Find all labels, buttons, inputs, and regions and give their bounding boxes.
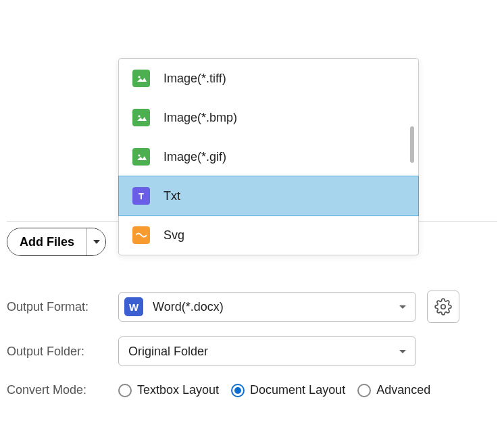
radio-circle-icon bbox=[118, 384, 132, 397]
image-icon bbox=[132, 109, 150, 126]
txt-icon: T bbox=[132, 187, 150, 205]
radio-textbox[interactable]: Textbox Layout bbox=[118, 383, 219, 397]
svg-point-4 bbox=[138, 115, 140, 117]
dropdown-item-svg[interactable]: Svg bbox=[119, 216, 418, 255]
output-format-row: Output Format: W Word(*.docx) bbox=[7, 291, 459, 323]
output-format-value: Word(*.docx) bbox=[153, 300, 399, 314]
dropdown-item-label: Svg bbox=[163, 228, 184, 243]
chevron-down-icon bbox=[399, 350, 406, 353]
add-files-dropdown-toggle[interactable] bbox=[86, 228, 105, 255]
radio-document[interactable]: Document Layout bbox=[231, 383, 345, 397]
radio-advanced[interactable]: Advanced bbox=[357, 383, 430, 397]
radio-label: Document Layout bbox=[250, 383, 345, 397]
output-folder-select[interactable]: Original Folder bbox=[118, 336, 416, 366]
convert-mode-row: Convert Mode: Textbox LayoutDocument Lay… bbox=[7, 383, 430, 397]
output-folder-label: Output Folder: bbox=[7, 345, 118, 359]
radio-label: Advanced bbox=[376, 383, 430, 397]
word-icon: W bbox=[124, 297, 143, 316]
gear-icon bbox=[434, 298, 452, 316]
dropdown-item-label: Txt bbox=[163, 189, 180, 203]
convert-mode-radio-group: Textbox LayoutDocument LayoutAdvanced bbox=[118, 383, 430, 397]
dropdown-item-label: Image(*.gif) bbox=[163, 150, 226, 164]
chevron-down-icon bbox=[93, 240, 100, 244]
dropdown-scrollbar[interactable] bbox=[410, 126, 414, 163]
image-icon bbox=[132, 70, 150, 87]
svg-point-0 bbox=[441, 305, 446, 309]
add-files-split-button[interactable]: Add Files bbox=[7, 228, 106, 256]
svg-point-2 bbox=[138, 76, 140, 78]
convert-mode-label: Convert Mode: bbox=[7, 383, 118, 397]
svg-icon bbox=[132, 226, 150, 244]
output-format-dropdown: Image(*.tiff)Image(*.bmp)Image(*.gif)TTx… bbox=[118, 58, 419, 255]
add-files-label: Add Files bbox=[20, 235, 74, 249]
output-format-select[interactable]: W Word(*.docx) bbox=[118, 292, 416, 322]
dropdown-item-gif[interactable]: Image(*.gif) bbox=[119, 137, 418, 176]
output-folder-value: Original Folder bbox=[128, 345, 399, 359]
radio-circle-icon bbox=[231, 384, 245, 397]
add-files-button[interactable]: Add Files bbox=[7, 228, 86, 255]
dropdown-item-bmp[interactable]: Image(*.bmp) bbox=[119, 98, 418, 137]
output-format-label: Output Format: bbox=[7, 300, 118, 314]
radio-label: Textbox Layout bbox=[137, 383, 219, 397]
radio-circle-icon bbox=[357, 384, 371, 397]
dropdown-item-tiff[interactable]: Image(*.tiff) bbox=[119, 59, 418, 98]
dropdown-item-txt[interactable]: TTxt bbox=[118, 176, 419, 216]
settings-button[interactable] bbox=[427, 291, 459, 323]
output-folder-row: Output Folder: Original Folder bbox=[7, 336, 416, 366]
dropdown-item-label: Image(*.bmp) bbox=[163, 111, 237, 125]
image-icon bbox=[132, 148, 150, 166]
svg-point-6 bbox=[138, 154, 140, 156]
chevron-down-icon bbox=[399, 305, 406, 309]
dropdown-item-label: Image(*.tiff) bbox=[163, 72, 226, 86]
